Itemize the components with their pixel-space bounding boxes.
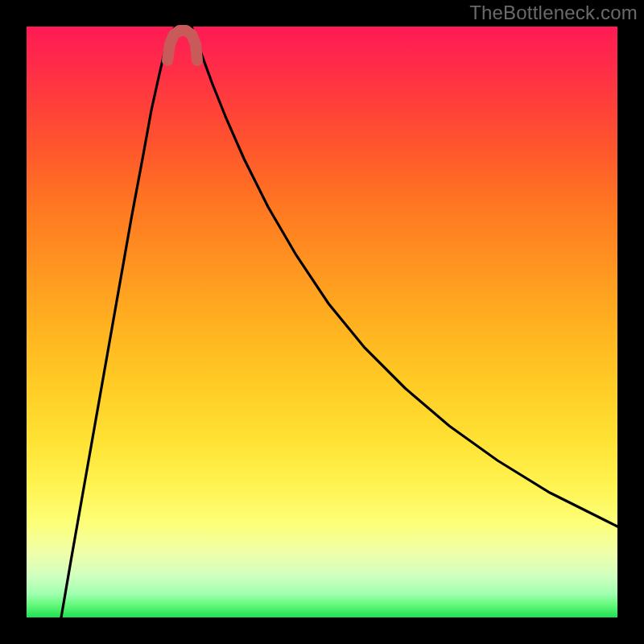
- watermark-text: TheBottleneck.com: [469, 2, 638, 24]
- trough-marker: [167, 31, 197, 60]
- curve-right-branch: [192, 27, 617, 526]
- chart-frame: TheBottleneck.com: [0, 0, 644, 644]
- curve-svg: [27, 27, 617, 617]
- plot-area: [27, 27, 617, 617]
- curve-left-branch: [61, 27, 175, 617]
